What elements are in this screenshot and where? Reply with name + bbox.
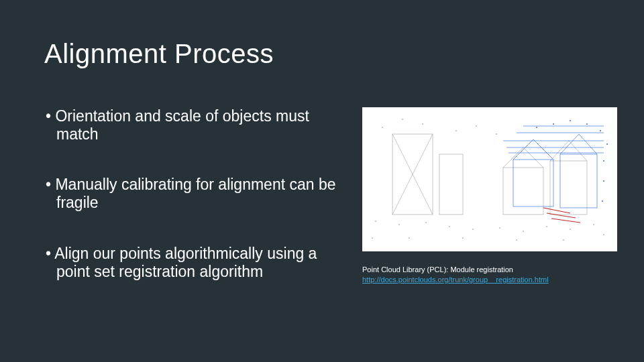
svg-point-39	[586, 123, 588, 125]
svg-point-8	[402, 119, 403, 120]
svg-point-25	[409, 237, 410, 239]
bullet-item: Manually calibrating for alignment can b…	[44, 176, 339, 212]
svg-point-15	[425, 222, 427, 223]
slide-title: Alignment Process	[44, 39, 274, 69]
point-cloud-figure	[362, 107, 617, 251]
svg-point-9	[422, 123, 423, 125]
svg-point-20	[546, 226, 547, 227]
svg-point-12	[496, 133, 497, 135]
svg-point-19	[523, 231, 524, 232]
caption-text: Point Cloud Library (PCL): Module regist…	[362, 265, 631, 275]
svg-point-28	[563, 239, 564, 241]
svg-point-7	[382, 127, 383, 128]
svg-point-23	[603, 234, 604, 235]
svg-rect-0	[362, 107, 617, 251]
svg-point-42	[603, 160, 604, 162]
svg-point-17	[472, 229, 474, 230]
svg-point-43	[603, 180, 604, 182]
bullet-item: Align our points algorithmically using a…	[44, 245, 339, 281]
svg-point-11	[476, 125, 477, 127]
svg-point-40	[600, 130, 601, 131]
svg-point-38	[570, 120, 571, 121]
svg-point-21	[570, 229, 571, 230]
svg-point-24	[372, 237, 373, 239]
svg-point-22	[593, 224, 594, 225]
svg-point-13	[375, 221, 376, 222]
svg-point-27	[516, 239, 517, 241]
svg-point-37	[553, 123, 554, 125]
svg-point-41	[606, 143, 608, 145]
svg-point-18	[499, 227, 500, 229]
bullet-item: Orientation and scale of objects must ma…	[44, 107, 339, 143]
point-cloud-illustration-icon	[362, 107, 617, 251]
svg-point-16	[449, 226, 450, 227]
svg-point-26	[462, 237, 464, 239]
svg-point-14	[398, 224, 400, 225]
caption-link[interactable]: http://docs.pointclouds.org/trunk/group_…	[362, 276, 549, 284]
svg-point-44	[602, 200, 603, 202]
svg-point-36	[536, 127, 537, 128]
svg-point-10	[455, 130, 457, 131]
figure-caption: Point Cloud Library (PCL): Module regist…	[362, 265, 631, 285]
bullet-list: Orientation and scale of objects must ma…	[44, 107, 339, 313]
